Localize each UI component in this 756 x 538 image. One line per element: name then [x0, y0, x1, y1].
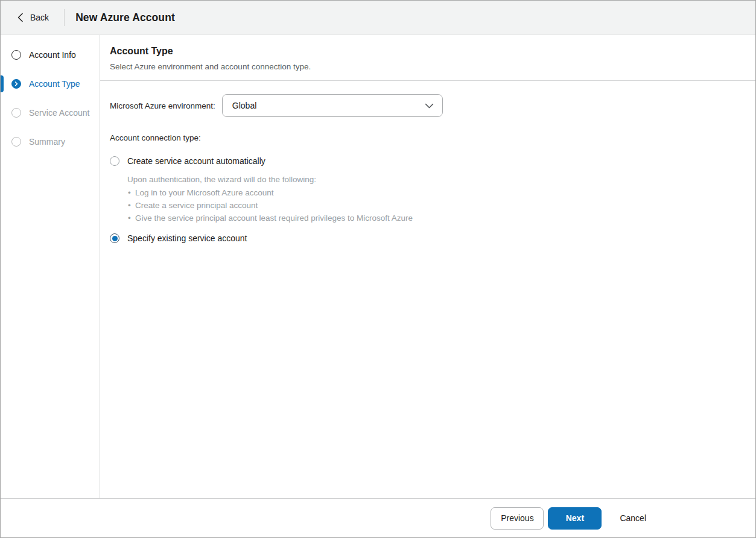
- connection-type-label: Account connection type:: [110, 133, 746, 142]
- cancel-button[interactable]: Cancel: [620, 507, 646, 530]
- wizard-footer: Previous Next Cancel: [1, 498, 755, 537]
- radio-selected-icon: [110, 233, 119, 243]
- step-circle-icon: [11, 108, 21, 118]
- radio-specify-existing-account[interactable]: Specify existing service account: [110, 233, 746, 243]
- chevron-down-icon: [425, 101, 434, 110]
- step-circle-icon: [11, 137, 21, 147]
- header-divider: [64, 9, 65, 26]
- next-button[interactable]: Next: [548, 507, 602, 530]
- environment-selected-value: Global: [232, 101, 425, 110]
- back-label: Back: [30, 13, 49, 22]
- environment-label: Microsoft Azure environment:: [110, 101, 215, 110]
- bullet-item: Give the service principal account least…: [127, 212, 746, 224]
- radio-option-description: Upon authentication, the wizard will do …: [127, 173, 746, 224]
- radio-label: Specify existing service account: [127, 233, 247, 243]
- sidebar-step-service-account[interactable]: Service Account: [1, 98, 100, 127]
- back-button[interactable]: Back: [16, 10, 50, 25]
- step-label: Account Info: [29, 50, 76, 60]
- page-title: New Azure Account: [75, 11, 175, 24]
- wizard-header: Back New Azure Account: [1, 1, 755, 35]
- bullet-item: Create a service principal account: [127, 199, 746, 212]
- step-label: Service Account: [29, 108, 89, 118]
- wizard-window: Back New Azure Account Account Info Acco…: [0, 0, 756, 538]
- step-chevron-circle-icon: [11, 79, 21, 89]
- step-label: Account Type: [29, 79, 80, 89]
- step-subtitle: Select Azure environment and account con…: [110, 62, 746, 80]
- sidebar-step-account-type[interactable]: Account Type: [1, 69, 100, 98]
- sidebar-step-account-info[interactable]: Account Info: [1, 40, 100, 69]
- wizard-steps-sidebar: Account Info Account Type Service Accoun…: [1, 35, 100, 498]
- step-title: Account Type: [110, 46, 746, 57]
- step-label: Summary: [29, 137, 65, 147]
- radio-label: Create service account automatically: [127, 156, 265, 166]
- bullet-item: Log in to your Microsoft Azure account: [127, 186, 746, 199]
- description-bullet-list: Log in to your Microsoft Azure account C…: [127, 186, 746, 224]
- environment-select[interactable]: Global: [222, 94, 443, 117]
- radio-create-service-account[interactable]: Create service account automatically: [110, 156, 746, 166]
- step-content: Account Type Select Azure environment an…: [100, 35, 755, 498]
- active-step-indicator: [1, 75, 4, 92]
- chevron-left-icon: [17, 13, 24, 22]
- step-circle-icon: [11, 50, 21, 60]
- description-intro: Upon authentication, the wizard will do …: [127, 173, 746, 186]
- sidebar-step-summary[interactable]: Summary: [1, 127, 100, 156]
- previous-button[interactable]: Previous: [491, 507, 544, 530]
- radio-unselected-icon: [110, 156, 119, 166]
